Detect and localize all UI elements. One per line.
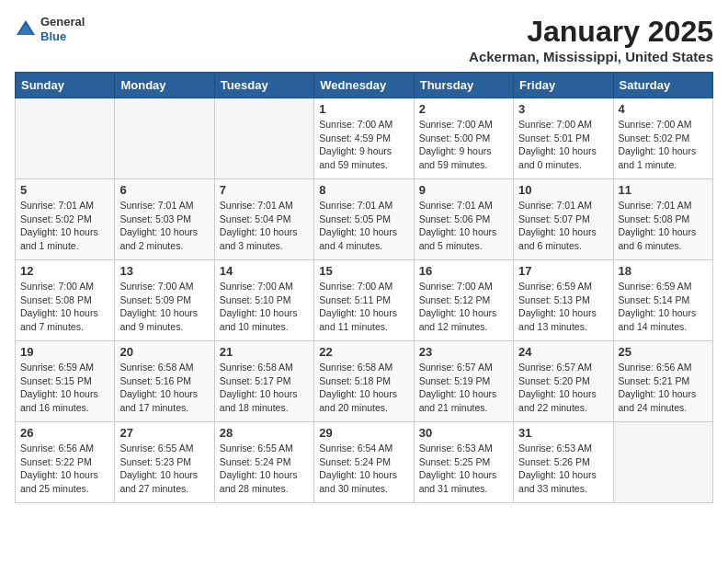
calendar-week-row: 19Sunrise: 6:59 AM Sunset: 5:15 PM Dayli…	[16, 341, 713, 422]
day-number: 21	[220, 345, 309, 359]
calendar-cell: 14Sunrise: 7:00 AM Sunset: 5:10 PM Dayli…	[214, 260, 313, 341]
calendar-cell: 7Sunrise: 7:01 AM Sunset: 5:04 PM Daylig…	[214, 179, 313, 260]
day-info: Sunrise: 7:01 AM Sunset: 5:03 PM Dayligh…	[119, 199, 209, 253]
day-number: 16	[419, 264, 508, 278]
day-info: Sunrise: 7:00 AM Sunset: 5:12 PM Dayligh…	[419, 280, 508, 334]
day-info: Sunrise: 7:00 AM Sunset: 4:59 PM Dayligh…	[319, 118, 408, 172]
calendar-cell: 28Sunrise: 6:55 AM Sunset: 5:24 PM Dayli…	[214, 422, 313, 503]
day-number: 11	[619, 183, 708, 197]
day-number: 7	[220, 183, 309, 197]
calendar-cell: 25Sunrise: 6:56 AM Sunset: 5:21 PM Dayli…	[613, 341, 712, 422]
day-number: 1	[319, 102, 408, 116]
day-number: 20	[119, 345, 209, 359]
logo-general: General	[40, 15, 85, 29]
day-number: 6	[119, 183, 209, 197]
day-number: 30	[419, 426, 508, 440]
calendar-cell: 11Sunrise: 7:01 AM Sunset: 5:08 PM Dayli…	[613, 179, 712, 260]
calendar-cell: 5Sunrise: 7:01 AM Sunset: 5:02 PM Daylig…	[16, 179, 115, 260]
calendar-week-row: 12Sunrise: 7:00 AM Sunset: 5:08 PM Dayli…	[16, 260, 713, 341]
day-info: Sunrise: 6:59 AM Sunset: 5:15 PM Dayligh…	[20, 361, 109, 415]
day-info: Sunrise: 7:00 AM Sunset: 5:11 PM Dayligh…	[319, 280, 408, 334]
day-number: 15	[319, 264, 408, 278]
day-info: Sunrise: 6:54 AM Sunset: 5:24 PM Dayligh…	[319, 442, 408, 496]
day-number: 22	[319, 345, 408, 359]
day-info: Sunrise: 6:58 AM Sunset: 5:16 PM Dayligh…	[119, 361, 209, 415]
page-header: General Blue January 2025 Ackerman, Miss…	[15, 15, 713, 64]
day-number: 12	[20, 264, 109, 278]
calendar-cell: 2Sunrise: 7:00 AM Sunset: 5:00 PM Daylig…	[414, 98, 513, 179]
calendar-cell: 30Sunrise: 6:53 AM Sunset: 5:25 PM Dayli…	[414, 422, 513, 503]
day-number: 3	[518, 102, 608, 116]
day-number: 8	[319, 183, 408, 197]
location: Ackerman, Mississippi, United States	[469, 49, 713, 64]
day-number: 18	[619, 264, 708, 278]
day-number: 5	[20, 183, 109, 197]
calendar-cell: 24Sunrise: 6:57 AM Sunset: 5:20 PM Dayli…	[514, 341, 613, 422]
day-number: 4	[619, 102, 708, 116]
day-number: 2	[419, 102, 508, 116]
calendar-cell: 12Sunrise: 7:00 AM Sunset: 5:08 PM Dayli…	[16, 260, 115, 341]
day-info: Sunrise: 6:57 AM Sunset: 5:19 PM Dayligh…	[419, 361, 508, 415]
day-info: Sunrise: 6:56 AM Sunset: 5:22 PM Dayligh…	[20, 442, 109, 496]
day-number: 13	[119, 264, 209, 278]
calendar-cell: 21Sunrise: 6:58 AM Sunset: 5:17 PM Dayli…	[214, 341, 313, 422]
day-info: Sunrise: 7:01 AM Sunset: 5:07 PM Dayligh…	[518, 199, 608, 253]
day-number: 9	[419, 183, 508, 197]
day-number: 23	[419, 345, 508, 359]
weekday-header: Tuesday	[214, 73, 313, 98]
day-number: 10	[518, 183, 608, 197]
calendar-cell: 29Sunrise: 6:54 AM Sunset: 5:24 PM Dayli…	[314, 422, 414, 503]
day-info: Sunrise: 6:59 AM Sunset: 5:13 PM Dayligh…	[518, 280, 608, 334]
day-number: 25	[619, 345, 708, 359]
calendar-cell: 23Sunrise: 6:57 AM Sunset: 5:19 PM Dayli…	[414, 341, 513, 422]
calendar-cell: 31Sunrise: 6:53 AM Sunset: 5:26 PM Dayli…	[514, 422, 613, 503]
day-info: Sunrise: 6:55 AM Sunset: 5:23 PM Dayligh…	[119, 442, 209, 496]
calendar-table: SundayMondayTuesdayWednesdayThursdayFrid…	[15, 72, 713, 503]
day-info: Sunrise: 6:59 AM Sunset: 5:14 PM Dayligh…	[619, 280, 708, 334]
calendar-cell: 10Sunrise: 7:01 AM Sunset: 5:07 PM Dayli…	[514, 179, 613, 260]
calendar-cell: 3Sunrise: 7:00 AM Sunset: 5:01 PM Daylig…	[514, 98, 613, 179]
day-number: 26	[20, 426, 109, 440]
logo-icon	[15, 18, 37, 40]
day-info: Sunrise: 6:56 AM Sunset: 5:21 PM Dayligh…	[619, 361, 708, 415]
calendar-cell: 16Sunrise: 7:00 AM Sunset: 5:12 PM Dayli…	[414, 260, 513, 341]
day-info: Sunrise: 6:58 AM Sunset: 5:17 PM Dayligh…	[220, 361, 309, 415]
day-number: 19	[20, 345, 109, 359]
calendar-week-row: 1Sunrise: 7:00 AM Sunset: 4:59 PM Daylig…	[16, 98, 713, 179]
day-info: Sunrise: 7:01 AM Sunset: 5:06 PM Dayligh…	[419, 199, 508, 253]
day-info: Sunrise: 7:00 AM Sunset: 5:08 PM Dayligh…	[20, 280, 109, 334]
day-info: Sunrise: 7:01 AM Sunset: 5:02 PM Dayligh…	[20, 199, 109, 253]
day-number: 31	[518, 426, 608, 440]
logo-text: General Blue	[40, 15, 85, 43]
logo-blue: Blue	[40, 29, 85, 44]
weekday-header: Saturday	[613, 73, 712, 98]
calendar-week-row: 5Sunrise: 7:01 AM Sunset: 5:02 PM Daylig…	[16, 179, 713, 260]
calendar-cell: 20Sunrise: 6:58 AM Sunset: 5:16 PM Dayli…	[115, 341, 214, 422]
calendar-cell	[214, 98, 313, 179]
day-info: Sunrise: 6:53 AM Sunset: 5:26 PM Dayligh…	[518, 442, 608, 496]
calendar-cell: 27Sunrise: 6:55 AM Sunset: 5:23 PM Dayli…	[115, 422, 214, 503]
day-number: 24	[518, 345, 608, 359]
calendar-cell: 6Sunrise: 7:01 AM Sunset: 5:03 PM Daylig…	[115, 179, 214, 260]
day-number: 28	[220, 426, 309, 440]
day-info: Sunrise: 7:00 AM Sunset: 5:01 PM Dayligh…	[518, 118, 608, 172]
calendar-cell: 18Sunrise: 6:59 AM Sunset: 5:14 PM Dayli…	[613, 260, 712, 341]
day-info: Sunrise: 7:00 AM Sunset: 5:09 PM Dayligh…	[119, 280, 209, 334]
calendar-cell: 22Sunrise: 6:58 AM Sunset: 5:18 PM Dayli…	[314, 341, 414, 422]
day-info: Sunrise: 7:01 AM Sunset: 5:04 PM Dayligh…	[220, 199, 309, 253]
day-info: Sunrise: 7:01 AM Sunset: 5:08 PM Dayligh…	[619, 199, 708, 253]
calendar-cell: 15Sunrise: 7:00 AM Sunset: 5:11 PM Dayli…	[314, 260, 414, 341]
day-info: Sunrise: 6:57 AM Sunset: 5:20 PM Dayligh…	[518, 361, 608, 415]
day-number: 27	[119, 426, 209, 440]
calendar-week-row: 26Sunrise: 6:56 AM Sunset: 5:22 PM Dayli…	[16, 422, 713, 503]
day-info: Sunrise: 6:58 AM Sunset: 5:18 PM Dayligh…	[319, 361, 408, 415]
day-number: 29	[319, 426, 408, 440]
calendar-cell: 8Sunrise: 7:01 AM Sunset: 5:05 PM Daylig…	[314, 179, 414, 260]
day-info: Sunrise: 6:53 AM Sunset: 5:25 PM Dayligh…	[419, 442, 508, 496]
day-info: Sunrise: 7:00 AM Sunset: 5:02 PM Dayligh…	[619, 118, 708, 172]
day-info: Sunrise: 6:55 AM Sunset: 5:24 PM Dayligh…	[220, 442, 309, 496]
calendar-cell	[16, 98, 115, 179]
title-block: January 2025 Ackerman, Mississippi, Unit…	[469, 15, 713, 64]
calendar-cell	[613, 422, 712, 503]
weekday-header: Monday	[115, 73, 214, 98]
